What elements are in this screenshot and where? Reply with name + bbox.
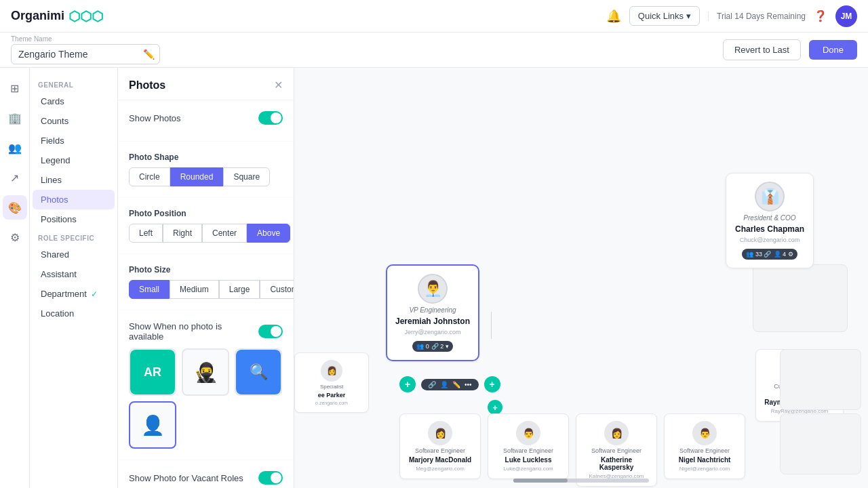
engineer-card-2[interactable]: 👨 Software Engineer Luke Luckless Luke@z… (488, 413, 569, 479)
placeholder-options: AR 🥷 🔍 👤 (129, 348, 283, 449)
eng1-role: Software Engineer (415, 447, 465, 454)
specialist-email: o.zengario.com (315, 401, 348, 405)
sidebar-item-lines[interactable]: Lines (33, 170, 115, 190)
placeholder-ninja[interactable]: 🥷 (182, 348, 229, 396)
scroll-thumb (513, 479, 568, 483)
org-chart-area[interactable]: 👔 President & COO Charles Chapman Chuck@… (294, 68, 868, 488)
coo-card[interactable]: 👔 President & COO Charles Chapman Chuck@… (726, 173, 814, 268)
position-right-button[interactable]: Right (163, 224, 202, 243)
sidebar-item-fields[interactable]: Fields (33, 131, 115, 150)
ghost-card-top (753, 264, 848, 332)
eng2-name: Luke Luckless (505, 456, 552, 464)
nav-settings-button[interactable]: ⚙ (3, 225, 27, 249)
theme-name-input[interactable] (11, 44, 160, 64)
vp-avatar: 👨‍💼 (418, 274, 448, 304)
placeholder-search[interactable]: 🔍 (235, 348, 282, 396)
shape-rounded-button[interactable]: Rounded (170, 167, 224, 186)
specialist-name: ee Parker (318, 392, 346, 399)
sidebar-item-cards[interactable]: Cards (33, 92, 115, 111)
general-section-label: GENERAL (30, 76, 117, 92)
logo-text: Organimi (11, 9, 64, 23)
logo: Organimi ⬡⬡⬡ (11, 8, 103, 24)
sidebar-item-department[interactable]: Department ✓ (33, 284, 115, 304)
sidebar-item-assistant[interactable]: Assistant (33, 264, 115, 284)
position-left-button[interactable]: Left (129, 224, 163, 243)
vp-card[interactable]: 👨‍💼 VP Engineering Jeremiah Johnston Jer… (386, 264, 479, 361)
photo-size-group: Small Medium Large Custom (129, 280, 283, 299)
engineer-card-1[interactable]: 👩 Software Engineer Marjory MacDonald Me… (399, 413, 481, 479)
trial-badge: Trial 14 Days Remaining (708, 12, 806, 21)
no-photo-label: Show When no photo is available (129, 321, 258, 342)
sidebar-item-shared[interactable]: Shared (33, 245, 115, 264)
show-photos-section: Show Photos (118, 100, 294, 142)
add-right-button[interactable]: + (484, 376, 500, 392)
show-photos-toggle[interactable] (258, 111, 283, 125)
toolbar-icon-edit: ✏️ (452, 381, 460, 388)
photo-shape-section: Photo Shape Circle Rounded Square (118, 142, 294, 198)
sidebar-item-counts[interactable]: Counts (33, 111, 115, 131)
eng4-avatar: 👨 (692, 421, 717, 445)
show-photos-label: Show Photos (129, 113, 181, 123)
sidebar-item-location[interactable]: Location (33, 304, 115, 323)
placeholder-initials[interactable]: AR (129, 348, 176, 396)
shape-circle-button[interactable]: Circle (129, 167, 170, 186)
photo-position-section: Photo Position Left Right Center Above (118, 198, 294, 254)
nav-theme-button[interactable]: 🎨 (3, 195, 27, 220)
eng2-email: Luke@zengario.com (503, 466, 553, 472)
size-medium-button[interactable]: Medium (170, 280, 219, 299)
size-custom-button[interactable]: Custom (260, 280, 294, 299)
photo-shape-group: Circle Rounded Square (129, 167, 283, 186)
ghost-card-right2 (780, 413, 861, 474)
eng2-role: Software Engineer (503, 447, 553, 454)
nav-people-button[interactable]: 👥 (3, 136, 27, 160)
position-center-button[interactable]: Center (202, 224, 247, 243)
eng3-avatar: 👩 (604, 421, 629, 445)
edit-theme-name-button[interactable]: ✏️ (143, 49, 155, 60)
add-left-button[interactable]: + (399, 376, 416, 392)
size-large-button[interactable]: Large (219, 280, 260, 299)
help-button[interactable]: ❓ (814, 9, 827, 22)
eng1-avatar: 👩 (428, 421, 452, 445)
ninja-icon: 🥷 (194, 361, 218, 384)
specialist-avatar: 👩 (321, 360, 342, 382)
specialist-role: Specialist (320, 384, 343, 390)
vacant-roles-section: Show Photo for Vacant Roles (118, 460, 294, 488)
quick-links-button[interactable]: Quick Links ▾ (629, 6, 700, 26)
close-panel-button[interactable]: ✕ (274, 79, 283, 92)
header-actions: 🔔 Quick Links ▾ Trial 14 Days Remaining … (606, 5, 857, 27)
specialist-card[interactable]: 👩 Specialist ee Parker o.zengario.com (294, 352, 369, 413)
scrollbar[interactable] (513, 479, 649, 483)
eng4-email: Nigel@zengario.com (679, 466, 730, 472)
revert-button[interactable]: Revert to Last (723, 39, 801, 60)
eng4-role: Software Engineer (679, 447, 730, 454)
role-specific-section-label: ROLE SPECIFIC (30, 229, 117, 245)
no-photo-toggle[interactable] (258, 325, 283, 338)
sidebar-item-photos[interactable]: Photos (33, 190, 115, 209)
vp-role: VP Engineering (409, 306, 456, 314)
shape-square-button[interactable]: Square (223, 167, 270, 186)
nav-org-button[interactable]: 🏢 (3, 106, 27, 130)
size-small-button[interactable]: Small (129, 280, 170, 299)
nav-grid-button[interactable]: ⊞ (3, 76, 27, 100)
photo-position-label: Photo Position (129, 209, 283, 218)
sidebar: GENERAL Cards Counts Fields Legend Lines… (30, 68, 118, 488)
main-content: ⊞ 🏢 👥 ↗ 🎨 ⚙ GENERAL Cards Counts Fields … (0, 68, 868, 488)
done-button[interactable]: Done (809, 40, 857, 60)
vacant-roles-toggle[interactable] (258, 471, 283, 485)
sidebar-item-legend[interactable]: Legend (33, 150, 115, 170)
vp-name: Jeremiah Johnston (395, 317, 470, 326)
logo-icon: ⬡⬡⬡ (68, 8, 103, 24)
notifications-button[interactable]: 🔔 (606, 9, 621, 24)
photos-panel: Photos ✕ Show Photos Photo Shape Circle … (118, 68, 294, 488)
sidebar-item-positions[interactable]: Positions (33, 209, 115, 229)
placeholder-silhouette[interactable]: 👤 (129, 401, 176, 449)
nav-share-button[interactable]: ↗ (3, 165, 27, 190)
photo-position-group: Left Right Center Above (129, 224, 283, 243)
engineer-card-3[interactable]: 👩 Software Engineer Katherine Kaspersky … (576, 413, 657, 487)
user-avatar[interactable]: JM (835, 5, 857, 27)
position-above-button[interactable]: Above (247, 224, 290, 243)
avatar-icon: 👤 (130, 403, 175, 447)
add-engineer-button[interactable]: + (488, 400, 502, 415)
eng3-name: Katherine Kaspersky (583, 456, 650, 471)
engineer-card-4[interactable]: 👨 Software Engineer Nigel Nachtricht Nig… (664, 413, 745, 479)
